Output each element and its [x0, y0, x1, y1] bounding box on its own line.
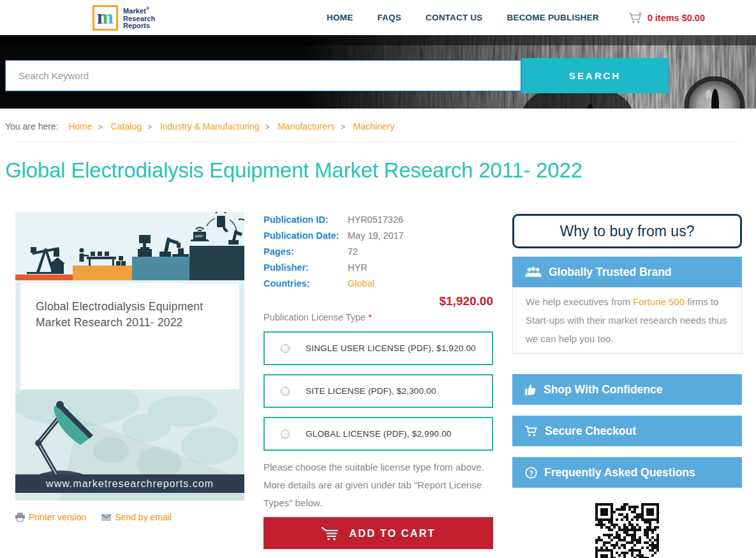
search-input[interactable]	[5, 60, 521, 91]
detail-row: Pages: 72	[263, 244, 493, 260]
breadcrumb-prefix: You are here:	[5, 121, 59, 132]
license-option-label: SITE LICENSE (PDF), $2,300.00	[306, 386, 436, 396]
breadcrumb-machinery[interactable]: Machinery	[353, 121, 395, 132]
printer-icon	[15, 513, 25, 522]
hero-banner: SEARCH	[0, 35, 756, 109]
svg-text:ERP: ERP	[195, 234, 203, 238]
license-option-single-user[interactable]: SINGLE USER LICENSE (PDF), $1,920.00	[263, 331, 493, 365]
page: m Market® Research Reports HOME FAQS CON…	[0, 0, 756, 558]
nav-contact-us[interactable]: CONTACT US	[426, 13, 483, 22]
sidebar: Why to buy from us? Globally Trusted Bra…	[512, 212, 742, 558]
add-to-cart-button[interactable]: ADD TO CART	[263, 517, 493, 549]
product-cover-column: ERP Global Electrodialysis Equipment Mar…	[15, 212, 244, 522]
cart-icon	[628, 12, 642, 24]
send-by-email-link[interactable]: Send by email	[101, 512, 172, 522]
cart-summary: 0 items $0.00	[648, 13, 705, 23]
question-circle-icon: ?	[525, 467, 537, 479]
publication-id: HYR0517326	[348, 212, 403, 228]
countries-link[interactable]: Global	[348, 276, 374, 292]
sidebar-banner-confidence[interactable]: Shop With Confidence	[512, 374, 742, 405]
breadcrumb-separator: >	[147, 123, 152, 132]
header-cart[interactable]: 0 items $0.00	[628, 12, 705, 24]
send-by-email-label: Send by email	[115, 512, 172, 522]
add-to-cart-label: ADD TO CART	[349, 527, 435, 539]
license-note: Please choose the suitable license type …	[263, 458, 493, 512]
product-cover-image: ERP Global Electrodialysis Equipment Mar…	[15, 212, 244, 501]
cart-icon	[321, 526, 340, 541]
site-logo[interactable]: m Market® Research Reports	[93, 5, 155, 31]
cover-title: Global Electrodialysis Equipment Market …	[15, 283, 244, 389]
printer-version-link[interactable]: Printer version	[15, 512, 86, 522]
breadcrumb-separator: >	[265, 123, 270, 132]
document-links: Printer version Send by email	[15, 512, 244, 522]
page-title: Global Electrodialysis Equipment Market …	[5, 158, 756, 183]
sidebar-banner-label: Globally Trusted Brand	[549, 266, 672, 279]
nav-become-publisher[interactable]: BECOME PUBLISHER	[507, 13, 598, 22]
product-detail-column: Publication ID: HYR0517326 Publication D…	[263, 212, 493, 549]
search-button[interactable]: SEARCH	[521, 58, 669, 93]
license-option-label: GLOBAL LICENSE (PDF), $2,990.00	[306, 429, 452, 439]
sidebar-banner-trusted[interactable]: Globally Trusted Brand	[512, 257, 742, 287]
detail-label: Publication ID:	[263, 212, 348, 228]
trusted-brand-text: We help executives from Fortune 500 firm…	[512, 287, 742, 354]
license-radio[interactable]	[281, 430, 290, 439]
why-to-buy-heading: Why to buy from us?	[512, 214, 742, 248]
detail-row: Publication Date: May 19, 2017	[263, 228, 493, 244]
sidebar-banner-label: Frequently Asked Questions	[544, 466, 695, 479]
breadcrumb-industry-manufacturing[interactable]: Industry & Manufacturing	[160, 121, 260, 132]
fortune-500-link[interactable]: Fortune 500	[633, 296, 685, 307]
cover-map-lamp-illustration: www.marketresearchreports.com	[15, 389, 244, 501]
logo-line: Reports	[123, 22, 155, 30]
logo-line: Market	[123, 7, 146, 15]
registered-mark: ®	[146, 6, 149, 11]
cover-industry-illustration: ERP	[15, 212, 244, 283]
svg-text:?: ?	[529, 469, 533, 476]
detail-label: Pages:	[263, 244, 348, 260]
qr-code	[595, 503, 659, 558]
nav-faqs[interactable]: FAQS	[377, 13, 401, 22]
price: $1,920.00	[263, 294, 493, 308]
panel-text: We help executives from	[526, 296, 633, 307]
breadcrumb-catalog[interactable]: Catalog	[111, 121, 142, 132]
sidebar-banner-label: Shop With Confidence	[544, 383, 663, 396]
logo-m-icon: m	[93, 5, 118, 31]
publisher-name: HYR	[348, 260, 367, 276]
breadcrumb-separator: >	[98, 123, 103, 132]
main-nav: HOME FAQS CONTACT US BECOME PUBLISHER	[327, 13, 599, 22]
logo-text: Market® Research Reports	[123, 5, 155, 29]
license-type-label: Publication License Type *	[263, 312, 493, 322]
site-header: m Market® Research Reports HOME FAQS CON…	[0, 0, 756, 35]
breadcrumb-manufacturers[interactable]: Manufacturers	[278, 121, 334, 132]
cover-website-label: www.marketresearchreports.com	[15, 474, 244, 493]
nav-home[interactable]: HOME	[327, 13, 353, 22]
breadcrumb-home[interactable]: Home	[68, 121, 92, 132]
divider	[18, 142, 738, 142]
license-type-text: Publication License Type	[263, 312, 366, 322]
sidebar-banner-label: Secure Checkout	[545, 425, 636, 438]
detail-label: Publisher:	[263, 260, 348, 276]
breadcrumb-separator: >	[341, 123, 345, 132]
cart-icon	[525, 426, 538, 437]
license-option-global[interactable]: GLOBAL LICENSE (PDF), $2,990.00	[263, 417, 493, 451]
license-radio[interactable]	[281, 344, 290, 353]
license-radio[interactable]	[281, 387, 290, 396]
detail-row: Publisher: HYR	[263, 260, 493, 276]
printer-version-label: Printer version	[29, 512, 86, 522]
publication-date: May 19, 2017	[348, 228, 404, 244]
detail-row: Countries: Global	[263, 276, 493, 292]
thumbs-up-icon	[525, 384, 537, 395]
users-icon	[525, 267, 542, 278]
required-asterisk: *	[368, 312, 372, 322]
main-content: ERP Global Electrodialysis Equipment Mar…	[15, 212, 756, 558]
email-icon	[101, 514, 111, 521]
license-option-label: SINGLE USER LICENSE (PDF), $1,920.00	[306, 343, 476, 353]
detail-label: Publication Date:	[263, 228, 348, 244]
pages-count: 72	[348, 244, 358, 260]
detail-label: Countries:	[263, 276, 348, 292]
sidebar-banner-faq[interactable]: ? Frequently Asked Questions	[512, 457, 742, 488]
breadcrumb: You are here: Home> Catalog> Industry & …	[0, 109, 756, 132]
sidebar-banner-checkout[interactable]: Secure Checkout	[512, 416, 742, 446]
license-option-site[interactable]: SITE LICENSE (PDF), $2,300.00	[263, 374, 493, 408]
detail-row: Publication ID: HYR0517326	[263, 212, 493, 228]
